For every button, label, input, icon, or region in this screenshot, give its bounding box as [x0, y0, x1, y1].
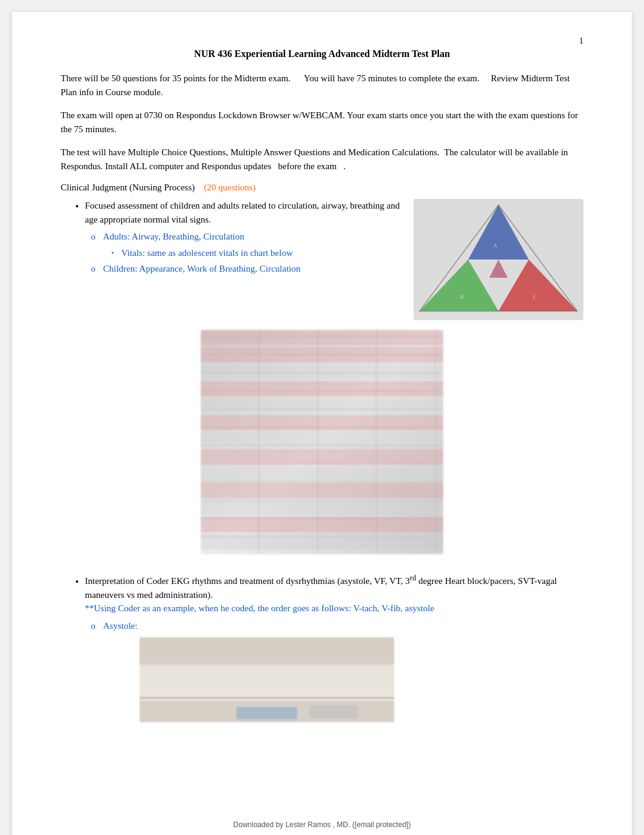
bullet-1-text: Focused assessment of children and adult…: [85, 201, 400, 224]
paragraph-1: There will be 50 questions for 35 points…: [61, 72, 583, 99]
table-row-12: [201, 534, 443, 549]
table-row-10: [201, 500, 443, 515]
main-bullet-list: Focused assessment of children and adult…: [61, 199, 401, 276]
asystole-image: [139, 637, 394, 722]
sub-item-adults: Adults: Airway, Breathing, Circulation V…: [103, 230, 401, 260]
table-row-1: [201, 347, 443, 363]
document-title: NUR 436 Experiential Learning Advanced M…: [61, 49, 583, 59]
triangle-chart-svg: A B C: [414, 199, 583, 320]
table-row-5: [201, 415, 443, 431]
vitals-item: Vitals: same as adolescent vitals in cha…: [121, 246, 401, 260]
svg-rect-11: [139, 637, 394, 665]
blurred-vitals-table: [201, 330, 443, 554]
second-bullet-list: Interpretation of Coder EKG rhythms and …: [61, 572, 583, 722]
sub-item-children: Children: Appearance, Work of Breathing,…: [103, 262, 401, 276]
footer-text: Downloaded by Lester Ramos , MD. ([email…: [233, 820, 411, 829]
paragraph-2: The exam will open at 0730 on Respondus …: [61, 109, 583, 136]
adults-label: Adults: Airway, Breathing, Circulation: [103, 232, 244, 241]
table-row-2: [201, 364, 443, 380]
table-row-7: [201, 449, 443, 464]
page-number: 1: [579, 36, 583, 46]
table-row-6: [201, 432, 443, 448]
triangle-chart-image: A B C: [414, 199, 583, 320]
sub-item-asystole: Asystole:: [103, 619, 583, 723]
document-page: 1 NUR 436 Experiential Learning Advanced…: [12, 12, 632, 835]
table-row-3: [201, 381, 443, 397]
section-1-header: Clinical Judgment (Nursing Process) (20 …: [61, 183, 583, 193]
children-label: Children: Appearance, Work of Breathing,…: [103, 264, 301, 273]
table-header-row: [201, 330, 443, 346]
table-row-4: [201, 398, 443, 414]
table-row-9: [201, 483, 443, 498]
section-1-highlight: (20 questions): [204, 183, 255, 192]
left-content-area: Focused assessment of children and adult…: [61, 199, 401, 320]
svg-rect-9: [414, 199, 583, 320]
asystole-label: Asystole:: [103, 621, 138, 631]
paragraph-3: The test will have Multiple Choice Quest…: [61, 146, 583, 173]
sub-list-1: Adults: Airway, Breathing, Circulation V…: [85, 230, 401, 276]
section-1-title: Clinical Judgment (Nursing Process): [61, 183, 195, 192]
sub-sub-list: Vitals: same as adolescent vitals in cha…: [103, 246, 401, 260]
section-2-content: Interpretation of Coder EKG rhythms and …: [61, 572, 583, 722]
asystole-sub-list: Asystole:: [85, 619, 583, 723]
vitals-chart-table: [61, 330, 583, 554]
footer: Downloaded by Lester Ramos , MD. ([email…: [12, 820, 632, 829]
blue-note-text: **Using Coder as an example, when he cod…: [85, 603, 434, 613]
svg-rect-14: [236, 707, 297, 719]
vitals-text: Vitals: same as adolescent vitals in cha…: [121, 248, 293, 258]
section-1-content: Focused assessment of children and adult…: [61, 199, 583, 320]
svg-rect-15: [309, 705, 358, 719]
table-row-8: [201, 466, 443, 481]
bullet-item-2: Interpretation of Coder EKG rhythms and …: [85, 572, 583, 722]
bullet-2-text: Interpretation of Coder EKG rhythms and …: [85, 576, 557, 600]
bullet-item-1: Focused assessment of children and adult…: [85, 199, 401, 276]
table-row-11: [201, 517, 443, 532]
asystole-svg: [139, 637, 394, 722]
